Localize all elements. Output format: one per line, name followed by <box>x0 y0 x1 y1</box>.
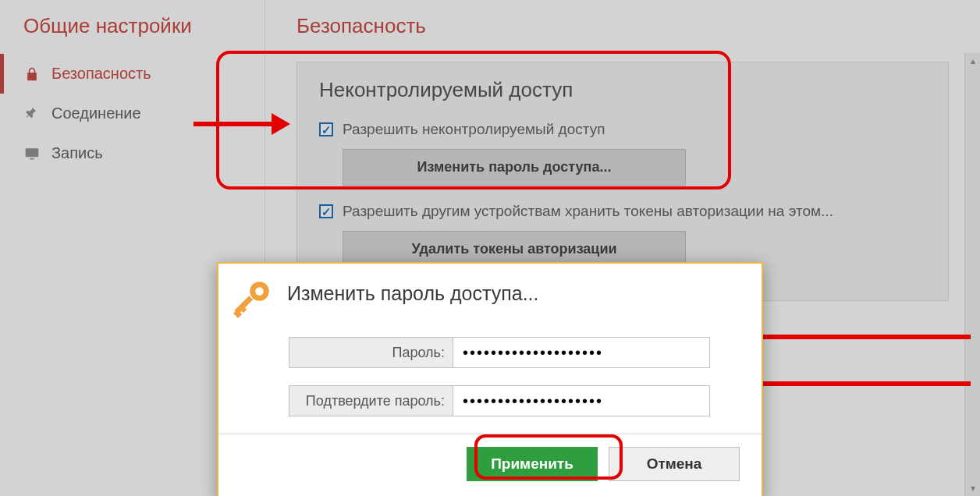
checkbox-label: Разрешить другим устройствам хранить ток… <box>343 203 833 220</box>
checkbox-label: Разрешить неконтролируемый доступ <box>343 121 605 138</box>
confirm-password-field-row: Подтвердите пароль: <box>289 385 710 416</box>
section-title: Неконтролируемый доступ <box>319 78 926 102</box>
dialog-body: Пароль: Подтвердите пароль: <box>218 326 762 416</box>
sidebar-item-security[interactable]: Безопасность <box>0 54 265 94</box>
key-icon <box>229 278 273 321</box>
lock-icon <box>23 66 41 83</box>
sidebar-item-label: Соединение <box>51 105 141 122</box>
sidebar-item-connection[interactable]: Соединение <box>0 94 265 133</box>
sidebar-title: Общие настройки <box>0 14 265 54</box>
password-input[interactable] <box>453 338 709 367</box>
checkbox-row-tokens: Разрешить другим устройствам хранить ток… <box>319 203 926 220</box>
sidebar-item-label: Безопасность <box>51 65 151 83</box>
dialog-title: Изменить пароль доступа... <box>287 278 538 305</box>
dialog-header: Изменить пароль доступа... <box>218 264 762 326</box>
allow-unattended-checkbox[interactable] <box>319 122 333 136</box>
page-title: Безопасность <box>296 14 949 38</box>
scroll-up-icon[interactable]: ▴ <box>965 53 980 69</box>
sidebar-item-label: Запись <box>51 144 103 162</box>
svg-point-4 <box>255 287 264 296</box>
password-field-row: Пароль: <box>289 337 710 368</box>
allow-tokens-checkbox[interactable] <box>319 204 333 218</box>
svg-rect-1 <box>30 158 34 159</box>
pin-icon <box>23 105 41 122</box>
confirm-password-label: Подтвердите пароль: <box>289 386 453 416</box>
scroll-down-icon[interactable]: ▾ <box>965 480 980 496</box>
cancel-button[interactable]: Отмена <box>609 447 740 481</box>
scrollbar[interactable]: ▴ ▾ <box>964 53 980 496</box>
change-password-dialog: Изменить пароль доступа... Пароль: Подтв… <box>217 262 763 496</box>
apply-button[interactable]: Применить <box>467 447 598 481</box>
monitor-icon <box>23 145 41 162</box>
change-password-button[interactable]: Изменить пароль доступа... <box>343 149 686 186</box>
checkbox-row-unattended: Разрешить неконтролируемый доступ <box>319 121 926 138</box>
confirm-password-input[interactable] <box>453 386 709 416</box>
dialog-footer: Применить Отмена <box>218 434 762 496</box>
password-label: Пароль: <box>289 338 453 367</box>
sidebar-item-record[interactable]: Запись <box>0 133 265 173</box>
